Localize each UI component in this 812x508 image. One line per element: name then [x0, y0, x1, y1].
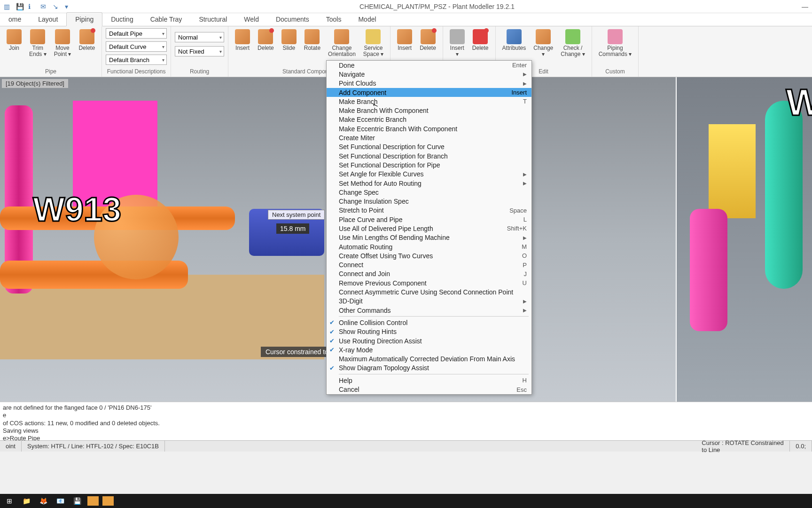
qat-more-icon[interactable]: ▾	[65, 3, 72, 10]
default-curve-dropdown[interactable]: Default Curve	[106, 41, 167, 52]
menu-item[interactable]: Connect Asymmetric Curve Using Second Co…	[327, 287, 531, 296]
menu-shortcut: M	[522, 243, 527, 250]
slide-button[interactable]: Slide	[279, 28, 299, 52]
menu-item-label: Make Eccentric Branch	[339, 116, 406, 123]
piping-commands-button[interactable]: Piping Commands ▾	[596, 28, 635, 58]
app-icon-2[interactable]	[102, 496, 114, 506]
default-branch-dropdown[interactable]: Default Branch	[106, 55, 167, 65]
menu-item[interactable]: Automatic RoutingM	[327, 242, 531, 251]
delete-component-button[interactable]: Delete	[255, 28, 277, 52]
outlook-icon[interactable]: 📧	[54, 495, 67, 507]
check-icon: ✔	[329, 337, 335, 344]
menu-item[interactable]: ConnectP	[327, 261, 531, 270]
chevron-right-icon: ▶	[523, 308, 527, 313]
menu-item[interactable]: ✔Use Routing Direction Assist	[327, 336, 531, 345]
menu-item[interactable]: Create Miter	[327, 133, 531, 142]
menu-item[interactable]: DoneEnter	[327, 61, 531, 70]
save-icon[interactable]: 💾	[70, 495, 84, 507]
menu-item[interactable]: Set Method for Auto Routing▶	[327, 179, 531, 188]
menu-item[interactable]: Make Branch With Component	[327, 106, 531, 115]
menu-item[interactable]: CancelEsc	[327, 385, 531, 394]
menu-item[interactable]: Make BranchT	[327, 97, 531, 106]
app-icon-1[interactable]	[87, 496, 99, 506]
menu-item[interactable]: Other Commands▶	[327, 306, 531, 315]
menu-item[interactable]: Maximum Automatically Corrected Deviatio…	[327, 355, 531, 364]
menu-item[interactable]: Use All of Delivered Pipe LengthShift+K	[327, 224, 531, 233]
firefox-icon[interactable]: 🦊	[37, 495, 50, 507]
menu-item[interactable]: Remove Previous ComponentU	[327, 278, 531, 287]
context-menu[interactable]: DoneEnterNavigate▶Point Clouds▶Add Compo…	[326, 60, 532, 395]
move-point-button[interactable]: Move Point ▾	[51, 28, 74, 58]
menu-item[interactable]: Use Min Lengths Of Bending Machine▶	[327, 233, 531, 242]
menu-item[interactable]: Set Functional Description for Curve	[327, 143, 531, 151]
info-icon[interactable]: ℹ	[28, 3, 36, 10]
join-button[interactable]: Join	[4, 28, 24, 52]
menu-item[interactable]: Create Offset Using Two CurvesO	[327, 251, 531, 260]
menu-item[interactable]: Set Functional Description for Branch	[327, 151, 531, 160]
task-view-icon[interactable]: ⊞	[3, 495, 16, 507]
ribbon-group-routing: Normal Not Fixed Routing	[171, 26, 228, 77]
tab-piping[interactable]: Piping	[66, 12, 102, 26]
menu-item-label: Other Commands	[339, 307, 390, 314]
menu-item[interactable]: ✔X-ray Mode	[327, 345, 531, 354]
default-pipe-dropdown[interactable]: Default Pipe	[106, 28, 167, 39]
trim-ends-button[interactable]: Trim Ends ▾	[26, 28, 49, 58]
menu-item[interactable]: 3D-Digit▶	[327, 297, 531, 306]
menu-item[interactable]: Make Eccentric Branch	[327, 115, 531, 124]
check-change-button[interactable]: Check / Change ▾	[558, 28, 587, 58]
menu-item[interactable]: ✔Show Routing Hints	[327, 327, 531, 336]
tab-tools[interactable]: Tools	[318, 13, 350, 26]
menu-item[interactable]: Set Angle for Flexible Curves▶	[327, 170, 531, 179]
dropdown-icon[interactable]: ↘	[53, 3, 60, 10]
menu-item[interactable]: ✔Online Collision Control	[327, 318, 531, 327]
menu-item-label: Show Routing Hints	[339, 328, 397, 335]
service-space-button[interactable]: Service Space ▾	[360, 28, 386, 58]
menu-item[interactable]: Change Insulation Spec	[327, 197, 531, 206]
menu-item[interactable]: Point Clouds▶	[327, 79, 531, 88]
log-line: of COS actions: 11 new, 0 modified and 0…	[3, 420, 809, 427]
tab-layout[interactable]: Layout	[30, 13, 66, 26]
change-button[interactable]: Change ▾	[531, 28, 556, 58]
tab-model[interactable]: Model	[350, 13, 384, 26]
delete-penetration-button[interactable]: Delete	[469, 28, 492, 52]
message-log: are not defined for the flanged face 0 /…	[0, 402, 812, 440]
tab-documents[interactable]: Documents	[267, 13, 318, 26]
equipment-tag: W913	[33, 190, 121, 229]
viewport-secondary[interactable]: W	[676, 77, 812, 402]
menu-item[interactable]: ✔Show Diagram Topology Assist	[327, 364, 531, 373]
change-orientation-button[interactable]: Change Orientation	[325, 28, 359, 58]
tab-ducting[interactable]: Ducting	[102, 13, 141, 26]
title-bar: ▥ 💾 ℹ ✉ ↘ ▾ CHEMICAL_PLANT/PM_PSZ - Plan…	[0, 0, 812, 13]
minimize-button[interactable]: —	[802, 3, 808, 10]
insert-penetration-button[interactable]: Insert ▾	[447, 28, 468, 58]
rotate-button[interactable]: Rotate	[301, 28, 323, 52]
file-explorer-icon[interactable]: 📁	[20, 495, 33, 507]
delete-flange-button[interactable]: Delete	[417, 28, 439, 52]
routing-mode-dropdown[interactable]: Normal	[175, 32, 224, 42]
routing-fix-dropdown[interactable]: Not Fixed	[175, 46, 224, 56]
tab-weld[interactable]: Weld	[235, 13, 267, 26]
tab-structural[interactable]: Structural	[190, 13, 235, 26]
menu-item[interactable]: Stretch to PointSpace	[327, 206, 531, 215]
menu-item[interactable]: Make Eccentric Branch With Component	[327, 124, 531, 133]
insert-component-button[interactable]: Insert	[232, 28, 253, 52]
delete-pipe-button[interactable]: Delete	[76, 28, 98, 52]
insert-flange-button[interactable]: Insert	[394, 28, 415, 52]
menu-item[interactable]: HelpH	[327, 376, 531, 385]
menu-item-label: Make Branch With Component	[339, 107, 429, 114]
tab-cable-tray[interactable]: Cable Tray	[142, 13, 191, 26]
menu-item[interactable]: Set Functional Description for Pipe	[327, 160, 531, 169]
menu-item[interactable]: Add ComponentInsert	[327, 88, 531, 97]
tab-home[interactable]: ome	[0, 13, 30, 26]
menu-shortcut: J	[524, 270, 527, 278]
menu-shortcut: Insert	[511, 89, 527, 96]
menu-item[interactable]: Navigate▶	[327, 70, 531, 79]
save-icon[interactable]: 💾	[16, 3, 23, 10]
attributes-button[interactable]: Attributes	[500, 28, 529, 52]
mail-icon[interactable]: ✉	[40, 3, 48, 10]
menu-item[interactable]: Place Curve and PipeL	[327, 215, 531, 224]
menu-icon[interactable]: ▥	[4, 3, 11, 10]
menu-item-label: Navigate	[339, 71, 365, 78]
menu-item[interactable]: Connect and JoinJ	[327, 270, 531, 278]
menu-item[interactable]: Change Spec	[327, 188, 531, 197]
